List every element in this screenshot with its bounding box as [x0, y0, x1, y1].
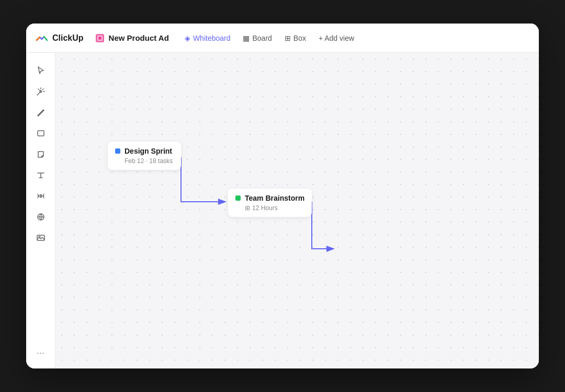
sidebar-globe-tool[interactable]: [31, 207, 50, 226]
whiteboard-tab-label: Whiteboard: [193, 34, 231, 42]
sidebar-cursor-tool[interactable]: [31, 61, 50, 80]
box-tab-label: Box: [293, 34, 306, 42]
tab-whiteboard[interactable]: ◈ Whiteboard: [179, 31, 236, 45]
project-icon: [94, 32, 106, 44]
svg-rect-2: [98, 37, 101, 40]
sidebar: ...: [26, 53, 55, 368]
design-sprint-card[interactable]: Design Sprint Feb 12 · 18 tasks: [108, 142, 181, 170]
more-dots-icon: ...: [37, 345, 44, 356]
rect-icon: [36, 129, 46, 138]
svg-rect-6: [37, 235, 44, 240]
connector-path-2: [312, 202, 333, 249]
sidebar-connector-tool[interactable]: [31, 187, 50, 205]
logo-text: ClickUp: [52, 33, 84, 43]
sidebar-text-tool[interactable]: [31, 166, 50, 185]
pen-icon: [36, 108, 46, 117]
whiteboard-tab-icon: ◈: [185, 34, 190, 42]
sidebar-pen-tool[interactable]: [31, 103, 50, 122]
design-sprint-title: Design Sprint: [125, 147, 172, 155]
sidebar-magic-tool[interactable]: [31, 82, 50, 101]
logo-area[interactable]: ClickUp: [35, 31, 84, 45]
cursor-icon: [36, 66, 46, 75]
team-brainstorm-title: Team Brainstorm: [245, 194, 304, 202]
project-name: New Product Ad: [109, 33, 169, 42]
note-icon: [36, 149, 46, 159]
team-brainstorm-sub: ⊞ 12 Hours: [245, 204, 304, 212]
project-section: New Product Ad: [94, 32, 169, 44]
sidebar-rect-tool[interactable]: [31, 124, 50, 143]
tab-board[interactable]: ▦ Board: [238, 31, 277, 45]
globe-icon: [36, 212, 46, 222]
sidebar-more-button[interactable]: ...: [31, 341, 50, 360]
team-brainstorm-sub-icon: ⊞: [245, 204, 250, 212]
text-icon: [36, 170, 46, 180]
board-tab-label: Board: [252, 34, 272, 42]
main-area: ...: [26, 53, 539, 368]
topbar: ClickUp New Product Ad ◈ Whiteboard ▦ Bo…: [26, 24, 539, 53]
tab-box[interactable]: ⊞ Box: [279, 31, 311, 45]
design-sprint-dot: [115, 148, 120, 154]
design-sprint-meta: Feb 12 · 18 tasks: [125, 157, 174, 165]
team-brainstorm-card[interactable]: Team Brainstorm ⊞ 12 Hours: [228, 189, 312, 217]
board-tab-icon: ▦: [243, 34, 250, 42]
image-icon: [36, 233, 46, 243]
team-brainstorm-sub-text: 12 Hours: [252, 204, 278, 212]
box-tab-icon: ⊞: [285, 34, 291, 42]
svg-rect-4: [38, 131, 44, 136]
connector-path-1: [181, 157, 224, 202]
magic-icon: [36, 87, 46, 96]
sidebar-image-tool[interactable]: [31, 228, 50, 247]
sidebar-note-tool[interactable]: [31, 145, 50, 164]
team-brainstorm-header: Team Brainstorm: [235, 194, 304, 202]
app-container: ClickUp New Product Ad ◈ Whiteboard ▦ Bo…: [26, 24, 539, 368]
connector-icon: [36, 191, 46, 201]
add-view-label: + Add view: [319, 34, 354, 42]
team-brainstorm-dot: [235, 195, 241, 201]
clickup-logo-icon: [35, 31, 49, 45]
nav-tabs: ◈ Whiteboard ▦ Board ⊞ Box + Add view: [179, 31, 359, 45]
design-sprint-header: Design Sprint: [115, 147, 174, 155]
canvas[interactable]: Design Sprint Feb 12 · 18 tasks Team Bra…: [55, 53, 539, 368]
add-view-button[interactable]: + Add view: [313, 31, 359, 45]
